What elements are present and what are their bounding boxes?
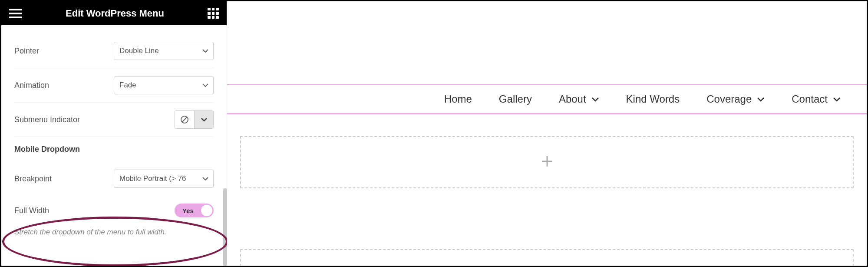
- nav-item-about[interactable]: About: [559, 93, 599, 105]
- full-width-toggle[interactable]: Yes: [175, 204, 214, 217]
- nav-label: Home: [444, 93, 472, 105]
- indicator-caret-button[interactable]: [194, 111, 213, 128]
- svg-line-1: [182, 117, 187, 122]
- nav-label: Gallery: [499, 93, 532, 105]
- nav-item-kind-words[interactable]: Kind Words: [626, 93, 680, 105]
- preview-canvas: Home Gallery About Kind Words Coverage C…: [227, 1, 867, 266]
- drop-zone[interactable]: [240, 249, 854, 267]
- nav-item-gallery[interactable]: Gallery: [499, 93, 532, 105]
- animation-control: Animation: [14, 68, 214, 103]
- none-icon: [180, 115, 189, 124]
- pointer-control: Pointer: [14, 34, 214, 68]
- plus-icon: [541, 154, 553, 171]
- nav-label: Contact: [792, 93, 828, 105]
- mobile-dropdown-section: Mobile Dropdown: [14, 137, 214, 162]
- nav-label: About: [559, 93, 586, 105]
- sidebar-body: Pointer Animation Submenu Indicator: [1, 25, 227, 266]
- toggle-knob: [201, 205, 212, 216]
- chevron-down-icon: [201, 117, 208, 122]
- add-section-placeholder[interactable]: [240, 136, 854, 188]
- chevron-down-icon: [833, 97, 841, 102]
- editor-sidebar: Edit WordPress Menu Pointer Animation: [1, 1, 227, 266]
- pointer-label: Pointer: [14, 47, 39, 56]
- animation-select-wrap: [114, 76, 214, 94]
- breakpoint-control: Breakpoint: [14, 162, 214, 196]
- breakpoint-select-wrap: [114, 170, 214, 188]
- submenu-indicator-control: Submenu Indicator: [14, 103, 214, 137]
- full-width-label: Full Width: [14, 206, 49, 215]
- submenu-indicator-group: [175, 110, 214, 129]
- indicator-none-button[interactable]: [175, 111, 194, 128]
- pointer-select-wrap: [114, 42, 214, 60]
- breakpoint-label: Breakpoint: [14, 174, 52, 184]
- nav-item-home[interactable]: Home: [444, 93, 472, 105]
- nav-item-contact[interactable]: Contact: [792, 93, 841, 105]
- full-width-help: Stretch the dropdown of the menu to full…: [14, 225, 214, 245]
- animation-select[interactable]: [114, 76, 214, 94]
- nav-label: Coverage: [706, 93, 752, 105]
- breakpoint-select[interactable]: [114, 170, 214, 188]
- scrollbar-thumb[interactable]: [223, 188, 227, 267]
- pointer-select[interactable]: [114, 42, 214, 60]
- apps-grid-icon[interactable]: [208, 8, 219, 19]
- submenu-indicator-label: Submenu Indicator: [14, 115, 80, 124]
- full-width-control: Full Width Yes: [14, 196, 214, 225]
- nav-item-coverage[interactable]: Coverage: [706, 93, 765, 105]
- sidebar-header: Edit WordPress Menu: [1, 1, 227, 25]
- animation-label: Animation: [14, 81, 49, 90]
- nav-label: Kind Words: [626, 93, 680, 105]
- hamburger-icon[interactable]: [9, 9, 22, 18]
- sidebar-title: Edit WordPress Menu: [22, 8, 208, 19]
- preview-nav-menu: Home Gallery About Kind Words Coverage C…: [227, 84, 867, 114]
- chevron-down-icon: [591, 97, 599, 102]
- toggle-value: Yes: [182, 207, 194, 214]
- chevron-down-icon: [757, 97, 765, 102]
